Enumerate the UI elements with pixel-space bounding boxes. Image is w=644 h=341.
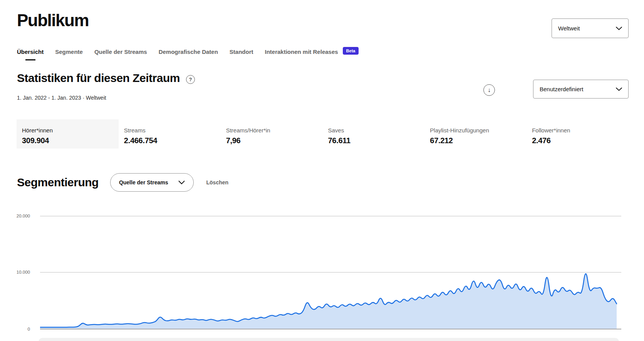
segmentation-section: Segmentierung Quelle der Streams Löschen <box>17 173 228 192</box>
stat-value: 2.476 <box>532 136 629 145</box>
beta-badge: Beta <box>343 47 359 55</box>
stat-label: Streams <box>124 127 221 134</box>
chevron-down-icon <box>616 27 622 30</box>
stat-value: 67.212 <box>430 136 527 145</box>
stat-label: Playlist-Hinzufügungen <box>430 127 527 134</box>
stat-value: 2.466.754 <box>124 136 221 145</box>
stat-label: Hörer*innen <box>22 127 119 134</box>
tab-label: Übersicht <box>17 48 44 55</box>
stat-card-streams-pro-hoerer[interactable]: Streams/Hörer*in 7,96 <box>221 119 323 149</box>
tab-label: Demografische Daten <box>159 48 218 55</box>
period-selector[interactable]: Benutzerdefiniert <box>533 80 629 99</box>
tab-interaktionen-mit-releases[interactable]: Interaktionen mit Releases Beta <box>265 48 359 60</box>
chevron-down-icon <box>616 87 622 91</box>
stat-card-playlist-hinzufuegungen[interactable]: Playlist-Hinzufügungen 67.212 <box>424 119 527 149</box>
tab-label: Standort <box>230 48 253 55</box>
chart-time-scrubber[interactable] <box>39 338 619 341</box>
stat-label: Follower*innen <box>532 127 629 134</box>
stat-value: 7,96 <box>226 136 323 145</box>
help-icon[interactable]: ? <box>186 75 195 84</box>
page-title: Publikum <box>17 11 89 30</box>
tab-demografische-daten[interactable]: Demografische Daten <box>159 48 218 60</box>
listeners-area-chart <box>40 202 621 330</box>
segment-filter-value: Quelle der Streams <box>119 179 168 186</box>
chevron-down-icon <box>178 181 185 185</box>
stats-cards: Hörer*innen 309.904 Streams 2.466.754 St… <box>17 119 629 149</box>
tab-standort[interactable]: Standort <box>230 48 253 60</box>
tab-label: Quelle der Streams <box>94 48 147 55</box>
date-range-subtitle: 1. Jan. 2022 - 1. Jan. 2023 · Weltweit <box>17 95 106 101</box>
segment-filter-dropdown[interactable]: Quelle der Streams <box>110 173 194 192</box>
stat-card-hoerer[interactable]: Hörer*innen 309.904 <box>17 119 119 149</box>
tab-label: Interaktionen mit Releases <box>265 48 338 55</box>
clear-segmentation-button[interactable]: Löschen <box>206 179 229 186</box>
stat-label: Streams/Hörer*in <box>226 127 323 134</box>
region-selector-value: Weltweit <box>558 25 580 32</box>
tab-label: Segmente <box>55 48 83 55</box>
tab-uebersicht[interactable]: Übersicht <box>17 48 44 60</box>
stat-label: Saves <box>328 127 424 134</box>
stat-card-saves[interactable]: Saves 76.611 <box>322 119 424 149</box>
period-selector-value: Benutzerdefiniert <box>540 86 583 92</box>
stats-section-header: Statistiken für diesen Zeitraum ? <box>17 72 195 85</box>
stat-value: 309.904 <box>22 136 119 145</box>
tab-bar: Übersicht Segmente Quelle der Streams De… <box>17 48 359 60</box>
stat-value: 76.611 <box>328 136 424 145</box>
y-axis-tick-20000: 20.000 <box>11 214 30 218</box>
download-icon[interactable]: ↓ <box>483 84 495 96</box>
region-selector[interactable]: Weltweit <box>552 18 629 38</box>
stat-card-streams[interactable]: Streams 2.466.754 <box>119 119 221 149</box>
tab-quelle-der-streams[interactable]: Quelle der Streams <box>94 48 147 60</box>
y-axis-tick-0: 0 <box>11 327 30 331</box>
stat-card-follower[interactable]: Follower*innen 2.476 <box>527 119 629 149</box>
y-axis-tick-10000: 10.000 <box>11 270 30 274</box>
segmentation-title: Segmentierung <box>17 176 99 189</box>
stats-section-title: Statistiken für diesen Zeitraum <box>17 72 180 85</box>
tab-segmente[interactable]: Segmente <box>55 48 83 60</box>
chart-area-fill <box>40 274 617 329</box>
